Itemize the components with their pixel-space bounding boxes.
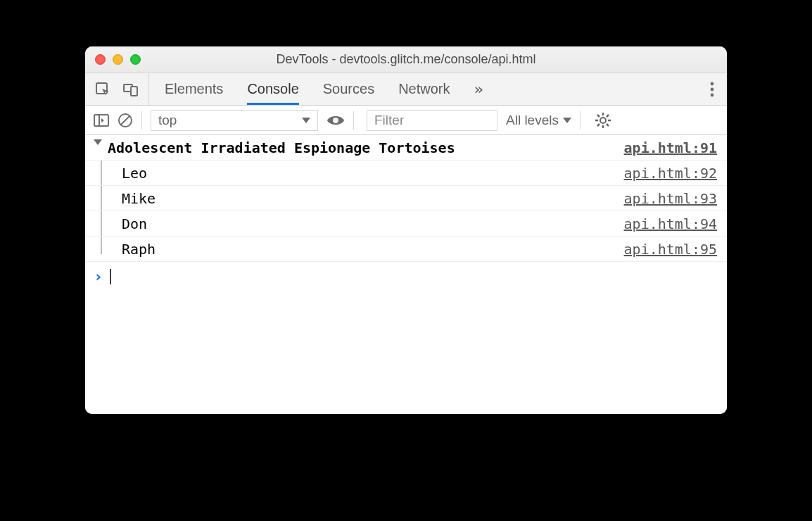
source-link[interactable]: api.html:95 <box>624 241 717 258</box>
titlebar: DevTools - devtools.glitch.me/console/ap… <box>85 46 727 73</box>
svg-point-3 <box>711 82 714 85</box>
filter-input[interactable] <box>367 110 497 131</box>
gear-icon[interactable] <box>595 112 611 129</box>
log-levels-select[interactable]: All levels <box>506 113 571 128</box>
tab-list: Elements Console Sources Network » <box>149 73 484 105</box>
group-title: Adolescent Irradiated Espionage Tortoise… <box>108 139 455 156</box>
log-levels-label: All levels <box>506 113 559 128</box>
console-group-header[interactable]: Adolescent Irradiated Espionage Tortoise… <box>85 135 727 161</box>
source-link[interactable]: api.html:92 <box>624 165 717 182</box>
svg-point-5 <box>711 93 714 96</box>
log-text: Mike <box>122 190 156 207</box>
svg-line-17 <box>607 124 609 126</box>
tabs-overflow-icon[interactable]: » <box>474 73 484 105</box>
console-sidebar-toggle-icon[interactable] <box>94 114 109 127</box>
console-log-row: Leo api.html:92 <box>85 161 727 186</box>
svg-point-11 <box>600 118 606 123</box>
prompt-chevron-icon: › <box>94 268 103 285</box>
svg-line-9 <box>121 116 129 125</box>
live-expression-eye-icon[interactable] <box>326 114 345 127</box>
kebab-menu-icon[interactable] <box>697 81 727 98</box>
log-text: Leo <box>122 165 147 182</box>
close-icon[interactable] <box>95 54 106 65</box>
devtools-window: DevTools - devtools.glitch.me/console/ap… <box>85 46 727 414</box>
svg-point-10 <box>333 118 338 123</box>
separator <box>141 111 142 130</box>
console-log-row: Don api.html:94 <box>85 211 727 237</box>
chevron-down-icon <box>302 118 310 123</box>
source-link[interactable]: api.html:91 <box>624 139 717 156</box>
console-toolbar: top All levels <box>85 106 727 135</box>
window-title: DevTools - devtools.glitch.me/console/ap… <box>85 52 727 67</box>
svg-line-18 <box>597 124 600 126</box>
svg-line-16 <box>597 115 600 117</box>
tab-strip: Elements Console Sources Network » <box>85 73 727 106</box>
log-text: Don <box>122 215 147 232</box>
console-log-row: Raph api.html:95 <box>85 237 727 262</box>
source-link[interactable]: api.html:94 <box>624 215 717 232</box>
console-log-row: Mike api.html:93 <box>85 186 727 211</box>
separator <box>580 111 581 130</box>
svg-point-4 <box>711 87 714 91</box>
svg-line-19 <box>607 115 609 117</box>
execution-context-label: top <box>158 113 177 128</box>
device-toolbar-icon[interactable] <box>123 82 139 97</box>
separator <box>353 111 354 130</box>
execution-context-select[interactable]: top <box>151 110 318 131</box>
svg-rect-2 <box>131 87 137 96</box>
tab-sources[interactable]: Sources <box>323 73 374 105</box>
tab-icon-group <box>85 73 149 105</box>
clear-console-icon[interactable] <box>118 113 133 128</box>
tab-console[interactable]: Console <box>247 73 298 105</box>
inspect-element-icon[interactable] <box>95 82 110 97</box>
traffic-lights <box>85 54 141 65</box>
tab-network[interactable]: Network <box>398 73 450 105</box>
log-text: Raph <box>122 241 156 258</box>
chevron-down-icon <box>563 118 571 123</box>
console-prompt[interactable]: › <box>85 262 727 289</box>
zoom-icon[interactable] <box>130 54 141 65</box>
source-link[interactable]: api.html:93 <box>624 190 717 207</box>
console-output: Adolescent Irradiated Espionage Tortoise… <box>85 135 727 414</box>
triangle-down-icon <box>94 139 102 145</box>
minimize-icon[interactable] <box>113 54 123 65</box>
tab-elements[interactable]: Elements <box>165 73 223 105</box>
text-cursor <box>110 269 111 284</box>
